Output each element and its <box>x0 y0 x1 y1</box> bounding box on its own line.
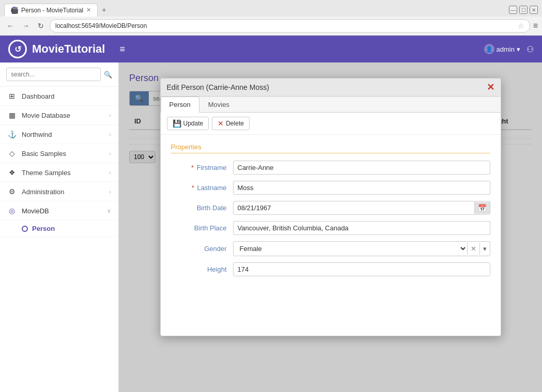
app-navbar: ↺ MovieTutorial ≡ 👤 admin ▾ ⚇ <box>0 36 542 62</box>
modal-title: Edit Person (Carrie-Anne Moss) <box>167 83 487 91</box>
firstname-input[interactable] <box>233 161 490 175</box>
required-star: * <box>192 184 194 192</box>
birthplace-row: Birth Place <box>171 221 490 235</box>
firstname-label: * Firstname <box>171 164 233 171</box>
update-button[interactable]: 💾 Update <box>167 117 209 130</box>
lastname-input[interactable] <box>233 181 490 195</box>
calendar-button[interactable]: 📅 <box>474 202 490 214</box>
modal-header: Edit Person (Carrie-Anne Moss) ✕ <box>161 79 501 97</box>
sidebar-item-movie-database[interactable]: ▦ Movie Database › <box>0 106 118 125</box>
admin-menu[interactable]: 👤 admin ▾ <box>484 44 520 54</box>
gender-label: Gender <box>171 245 233 253</box>
share-icon[interactable]: ⚇ <box>526 44 534 54</box>
delete-button[interactable]: ✕ Delete <box>212 117 250 130</box>
sidebar-item-moviedb[interactable]: ◎ MovieDB ∨ <box>0 201 118 221</box>
height-input[interactable] <box>233 262 490 276</box>
delete-icon: ✕ <box>218 119 224 128</box>
sidebar-item-label: Basic Samples <box>22 150 104 158</box>
tab-close-button[interactable]: ✕ <box>86 7 91 13</box>
browser-tab: 🎬 Person - MovieTutorial ✕ <box>4 4 98 17</box>
sidebar-item-dashboard[interactable]: ⊞ Dashboard <box>0 87 118 106</box>
sidebar-search-input[interactable] <box>6 68 101 81</box>
back-button[interactable]: ← <box>4 21 17 31</box>
sidebar-item-label: MovieDB <box>22 207 102 215</box>
modal-toolbar: 💾 Update ✕ Delete <box>161 113 501 135</box>
edit-person-modal: Edit Person (Carrie-Anne Moss) ✕ Person … <box>160 78 501 336</box>
chevron-right-icon: › <box>109 189 111 195</box>
tab-title: Person - MovieTutorial <box>21 7 83 14</box>
app-body: 🔍 ⊞ Dashboard ▦ Movie Database › ⚓ North… <box>0 62 542 392</box>
sidebar-search-icon[interactable]: 🔍 <box>104 71 112 79</box>
hamburger-menu[interactable]: ≡ <box>115 42 129 57</box>
birthplace-input[interactable] <box>233 221 490 235</box>
address-text: localhost:56549/MovieDB/Person <box>55 22 515 29</box>
height-label: Height <box>171 265 233 273</box>
browser-menu-icon[interactable]: ≡ <box>533 21 538 30</box>
gender-clear-button[interactable]: ✕ <box>467 243 479 255</box>
logo-icon: ↺ <box>8 40 27 58</box>
theme-samples-icon: ❖ <box>7 168 17 177</box>
dashboard-icon: ⊞ <box>7 92 17 100</box>
bookmark-icon[interactable]: ☆ <box>518 22 524 30</box>
sidebar-item-label: Northwind <box>22 131 104 138</box>
sidebar-search: 🔍 <box>0 62 118 87</box>
delete-label: Delete <box>226 120 244 127</box>
height-row: Height <box>171 262 490 276</box>
main-content: Person 🔍 ⊕ New Person 📋 ⊟ <box>119 62 542 392</box>
address-bar[interactable]: localhost:56549/MovieDB/Person ☆ <box>50 19 530 33</box>
birthdate-row: Birth Date 📅 <box>171 201 490 215</box>
chevron-right-icon: › <box>109 112 111 118</box>
chevron-down-icon: ▾ <box>483 245 487 253</box>
minimize-button[interactable]: — <box>509 6 517 14</box>
tab-movies-label: Movies <box>208 101 229 108</box>
tab-movies[interactable]: Movies <box>199 97 238 113</box>
sidebar-item-label: Dashboard <box>22 92 111 100</box>
sidebar-item-label: Theme Samples <box>22 169 104 177</box>
required-star: * <box>191 164 194 171</box>
refresh-button[interactable]: ↻ <box>35 21 47 31</box>
administration-icon: ⚙ <box>7 187 17 196</box>
modal-close-button[interactable]: ✕ <box>487 83 494 92</box>
modal-tabs: Person Movies <box>161 97 501 113</box>
sidebar-item-label: Movie Database <box>22 112 104 119</box>
chevron-down-icon: ∨ <box>107 208 111 214</box>
sidebar-item-label: Administration <box>22 188 104 196</box>
lastname-label: * Lastname <box>171 184 233 192</box>
new-tab-button[interactable]: + <box>98 3 110 17</box>
tab-person-label: Person <box>169 101 191 108</box>
app-name: MovieTutorial <box>32 42 105 56</box>
sidebar-sub-item-person[interactable]: Person <box>0 221 118 237</box>
basic-samples-icon: ◇ <box>7 149 17 158</box>
gender-select[interactable]: Female Male <box>234 242 467 256</box>
chevron-right-icon: › <box>109 150 111 156</box>
firstname-row: * Firstname <box>171 161 490 175</box>
birthplace-label: Birth Place <box>171 224 233 232</box>
birthdate-input[interactable] <box>234 201 474 214</box>
chevron-right-icon: › <box>109 169 111 176</box>
update-label: Update <box>183 120 204 127</box>
admin-label: admin <box>497 45 515 53</box>
sidebar-item-northwind[interactable]: ⚓ Northwind › <box>0 125 118 144</box>
browser-addressbar: ← → ↻ localhost:56549/MovieDB/Person ☆ ≡ <box>0 17 542 35</box>
birthdate-label: Birth Date <box>171 204 233 212</box>
sidebar: 🔍 ⊞ Dashboard ▦ Movie Database › ⚓ North… <box>0 62 119 392</box>
close-button[interactable]: ✕ <box>530 6 538 14</box>
forward-button[interactable]: → <box>20 21 32 31</box>
calendar-icon: 📅 <box>478 204 487 212</box>
sidebar-item-administration[interactable]: ⚙ Administration › <box>0 182 118 201</box>
tab-person[interactable]: Person <box>161 97 199 113</box>
app-logo: ↺ MovieTutorial <box>8 40 105 58</box>
northwind-icon: ⚓ <box>7 130 17 138</box>
gender-dropdown-button[interactable]: ▾ <box>479 243 490 255</box>
clear-icon: ✕ <box>471 245 476 253</box>
gender-row: Gender Female Male ✕ ▾ <box>171 241 490 256</box>
chevron-right-icon: › <box>109 131 111 137</box>
modal-overlay: Edit Person (Carrie-Anne Moss) ✕ Person … <box>119 62 542 392</box>
navbar-right: 👤 admin ▾ ⚇ <box>484 44 534 54</box>
sidebar-item-theme-samples[interactable]: ❖ Theme Samples › <box>0 163 118 182</box>
maximize-button[interactable]: ☐ <box>519 6 528 14</box>
dot-icon <box>22 226 28 232</box>
sidebar-item-basic-samples[interactable]: ◇ Basic Samples › <box>0 144 118 163</box>
gender-select-wrap: Female Male ✕ ▾ <box>233 241 490 256</box>
modal-form: Properties * Firstname * Lastname <box>161 135 501 291</box>
